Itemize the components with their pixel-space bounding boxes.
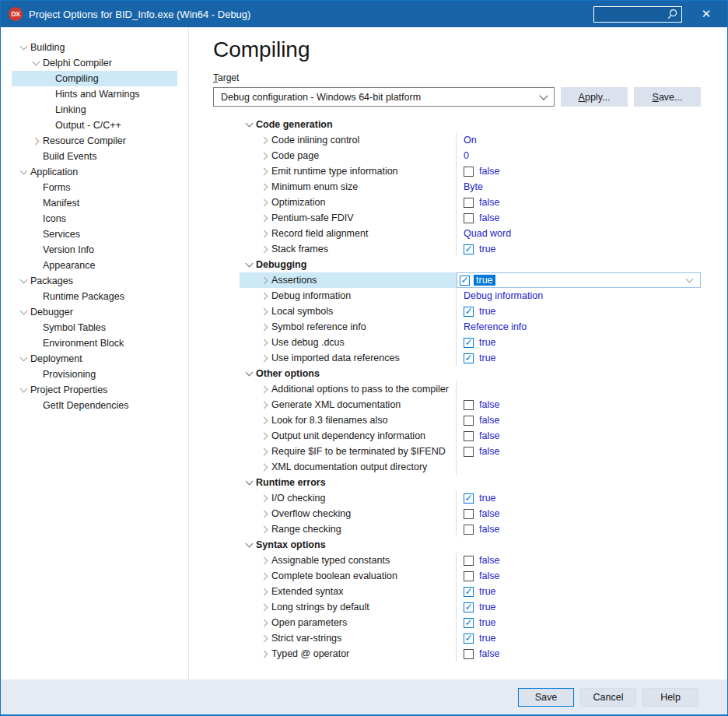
chevron-right-icon[interactable] (257, 444, 271, 459)
chevron-right-icon[interactable] (257, 319, 271, 335)
chevron-right-icon[interactable] (257, 397, 271, 412)
cancel-button[interactable]: Cancel (580, 688, 636, 707)
sidebar-item-compiling[interactable]: Compiling (12, 71, 177, 86)
option-value-cell[interactable] (456, 459, 701, 475)
sidebar-item-application[interactable]: Application (12, 164, 177, 180)
chevron-right-icon[interactable] (257, 335, 271, 350)
sidebar-item-output-c-c[interactable]: Output - C/C++ (12, 118, 177, 133)
option-value-cell[interactable]: false (456, 195, 701, 210)
option-value-cell[interactable]: true (456, 272, 701, 288)
sidebar-item-runtime-packages[interactable]: Runtime Packages (12, 289, 177, 304)
chevron-right-icon[interactable] (257, 210, 271, 226)
checkbox[interactable] (464, 198, 474, 208)
chevron-right-icon[interactable] (257, 630, 271, 646)
option-value-cell[interactable]: false (456, 397, 701, 412)
checkbox[interactable] (464, 556, 474, 566)
sidebar-item-build-events[interactable]: Build Events (12, 149, 177, 164)
option-row-stack-frames[interactable]: Stack framestrue (240, 241, 701, 257)
checkbox[interactable] (464, 416, 474, 426)
apply-button[interactable]: Apply... (561, 87, 628, 107)
option-value-cell[interactable]: true (456, 335, 701, 350)
checkbox[interactable] (464, 493, 474, 504)
sidebar-item-manifest[interactable]: Manifest (12, 195, 177, 211)
option-value-cell[interactable]: false (456, 163, 701, 179)
chevron-right-icon[interactable] (257, 350, 271, 366)
sidebar-item-appearance[interactable]: Appearance (12, 258, 177, 273)
chevron-down-icon[interactable] (16, 304, 30, 320)
option-value-cell[interactable]: false (456, 506, 701, 521)
option-row-i-o-checking[interactable]: I/O checkingtrue (240, 490, 701, 506)
checkbox[interactable] (464, 213, 474, 223)
chevron-right-icon[interactable] (257, 615, 271, 630)
checkbox[interactable] (464, 244, 474, 254)
option-row-code-inlining-control[interactable]: Code inlining controlOn (240, 132, 701, 148)
sidebar-item-icons[interactable]: Icons (12, 211, 177, 226)
chevron-down-icon[interactable] (16, 40, 30, 55)
option-row-extended-syntax[interactable]: Extended syntaxtrue (240, 584, 701, 599)
option-section-syntax-options[interactable]: Syntax options (240, 537, 701, 553)
chevron-right-icon[interactable] (257, 584, 271, 599)
chevron-right-icon[interactable] (257, 241, 271, 257)
checkbox[interactable] (464, 571, 474, 581)
chevron-down-icon[interactable] (242, 475, 256, 490)
chevron-right-icon[interactable] (257, 553, 271, 568)
close-icon[interactable]: ✕ (693, 1, 719, 27)
search-icon[interactable] (667, 9, 678, 20)
sidebar-item-project-properties[interactable]: Project Properties (12, 382, 177, 398)
titlebar-search[interactable] (593, 6, 682, 23)
checkbox[interactable] (460, 276, 470, 286)
chevron-down-icon[interactable] (16, 351, 30, 367)
option-row-assignable-typed-constants[interactable]: Assignable typed constantsfalse (240, 553, 701, 568)
option-row-complete-boolean-evaluation[interactable]: Complete boolean evaluationfalse (240, 568, 701, 584)
option-value-cell[interactable]: false (456, 444, 701, 459)
option-value-cell[interactable]: false (456, 412, 701, 428)
option-value-cell[interactable]: true (456, 599, 701, 615)
option-row-code-page[interactable]: Code page0 (240, 148, 701, 163)
sidebar-item-forms[interactable]: Forms (12, 180, 177, 195)
sidebar-item-environment-block[interactable]: Environment Block (12, 335, 177, 351)
option-row-open-parameters[interactable]: Open parameterstrue (240, 615, 701, 630)
option-row-use-debug-dcus[interactable]: Use debug .dcustrue (240, 335, 701, 350)
sidebar-item-getit-dependencies[interactable]: GetIt Dependencies (12, 398, 177, 413)
sidebar-item-debugger[interactable]: Debugger (12, 304, 177, 320)
chevron-down-icon[interactable] (29, 55, 43, 71)
chevron-right-icon[interactable] (257, 521, 271, 537)
checkbox[interactable] (464, 649, 474, 659)
option-section-runtime-errors[interactable]: Runtime errors (240, 475, 701, 490)
option-value-cell[interactable]: true (456, 350, 701, 366)
option-row-symbol-reference-info[interactable]: Symbol reference infoReference info (240, 319, 701, 335)
sidebar-item-linking[interactable]: Linking (12, 102, 177, 118)
save-config-button[interactable]: Save... (634, 87, 701, 107)
checkbox[interactable] (464, 338, 474, 348)
option-value-cell[interactable]: On (456, 132, 701, 148)
sidebar-item-delphi-compiler[interactable]: Delphi Compiler (12, 55, 177, 71)
sidebar-item-packages[interactable]: Packages (12, 273, 177, 289)
sidebar-item-provisioning[interactable]: Provisioning (12, 367, 177, 382)
option-section-debugging[interactable]: Debugging (240, 257, 701, 272)
option-row-xml-documentation-output-directory[interactable]: XML documentation output directory (240, 459, 701, 475)
chevron-right-icon[interactable] (257, 226, 271, 241)
chevron-right-icon[interactable] (257, 412, 271, 428)
option-row-require-if-to-be-terminated-by-ifend[interactable]: Require $IF to be terminated by $IFENDfa… (240, 444, 701, 459)
option-section-other-options[interactable]: Other options (240, 366, 701, 381)
option-value-cell[interactable]: Quad word (456, 226, 701, 241)
option-row-typed-operator[interactable]: Typed @ operatorfalse (240, 646, 701, 662)
chevron-right-icon[interactable] (257, 288, 271, 304)
option-row-generate-xml-documentation[interactable]: Generate XML documentationfalse (240, 397, 701, 412)
chevron-right-icon[interactable] (257, 195, 271, 210)
option-value-cell[interactable]: false (456, 646, 701, 662)
target-select[interactable]: Debug configuration - Windows 64-bit pla… (213, 87, 555, 107)
option-value-cell[interactable]: false (456, 210, 701, 226)
option-row-local-symbols[interactable]: Local symbolstrue (240, 304, 701, 319)
chevron-right-icon[interactable] (257, 163, 271, 179)
option-row-use-imported-data-references[interactable]: Use imported data referencestrue (240, 350, 701, 366)
chevron-right-icon[interactable] (257, 568, 271, 584)
option-value-cell[interactable]: true (456, 241, 701, 257)
option-row-look-for-8-3-filenames-also[interactable]: Look for 8.3 filenames alsofalse (240, 412, 701, 428)
option-row-output-unit-dependency-information[interactable]: Output unit dependency informationfalse (240, 428, 701, 444)
checkbox[interactable] (464, 618, 474, 628)
chevron-down-icon[interactable] (16, 273, 30, 289)
chevron-right-icon[interactable] (257, 304, 271, 319)
search-input[interactable] (594, 9, 667, 19)
chevron-right-icon[interactable] (257, 148, 271, 163)
